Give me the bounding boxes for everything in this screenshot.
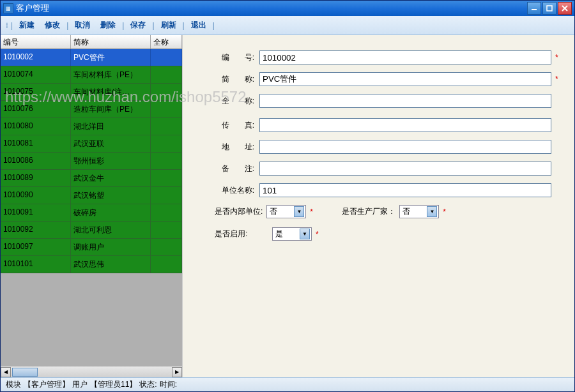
cell-id: 1010086	[1, 153, 71, 169]
table-row[interactable]: 1010092湖北可利恩	[1, 222, 182, 239]
cell-id: 1010089	[1, 170, 71, 186]
cell-id: 1010101	[1, 256, 71, 273]
required-mark: *	[555, 75, 562, 84]
table-row[interactable]: 1010091破碎房	[1, 204, 182, 222]
svg-rect-1	[547, 6, 552, 11]
internal-value: 否	[270, 206, 294, 217]
status-state-label: 状态:	[139, 379, 157, 390]
status-time-label: 时间:	[160, 379, 177, 390]
cell-short: 湖北可利恩	[71, 222, 151, 238]
label-id: 编 号:	[215, 52, 259, 63]
col-header-id[interactable]: 编号	[1, 35, 71, 49]
horizontal-scrollbar[interactable]: ◀ ▶	[1, 366, 182, 377]
table-row[interactable]: 1010097调账用户	[1, 239, 182, 256]
delete-button[interactable]: 删除	[95, 19, 121, 32]
label-full: 全 称:	[215, 96, 259, 107]
short-field[interactable]	[259, 72, 551, 86]
remark-field[interactable]	[259, 162, 551, 176]
table-row[interactable]: 1010086鄂州恒彩	[1, 153, 182, 170]
manufacturer-value: 否	[402, 206, 427, 217]
toolbar: ⁞ | 新建 修改 | 取消 删除 | 保存 | 刷新 | 退出 |	[1, 16, 574, 35]
table-row[interactable]: 1010080湖北洋田	[1, 118, 182, 135]
cell-short: 造粒车间库（PE）	[71, 101, 151, 117]
cell-full	[151, 135, 182, 152]
enabled-value: 是	[275, 229, 300, 239]
cell-full	[151, 256, 182, 273]
exit-button[interactable]: 退出	[186, 19, 211, 32]
grid-body[interactable]: 1010002PVC管件1010074车间材料库（PE）1010075车间材料库…	[1, 49, 182, 366]
cell-id: 1010092	[1, 222, 71, 238]
required-mark: *	[443, 207, 449, 216]
save-button[interactable]: 保存	[125, 19, 151, 32]
app-icon: ▦	[3, 3, 13, 13]
edit-button[interactable]: 修改	[40, 19, 65, 32]
cell-short: 调账用户	[71, 239, 151, 255]
refresh-button[interactable]: 刷新	[156, 19, 181, 32]
grid-pane: 编号 简称 全称 1010002PVC管件1010074车间材料库（PE）101…	[1, 35, 183, 377]
cell-id: 1010074	[1, 66, 71, 83]
table-row[interactable]: 1010075车间材料库(注…	[1, 84, 182, 101]
table-row[interactable]: 1010002PVC管件	[1, 49, 182, 66]
window-title: 客户管理	[16, 3, 527, 14]
cell-short: 湖北洋田	[71, 118, 151, 135]
scroll-thumb[interactable]	[12, 368, 38, 377]
minimize-button[interactable]	[527, 2, 541, 15]
unit-field[interactable]	[259, 183, 551, 197]
table-row[interactable]: 1010090武汉铭塑	[1, 187, 182, 204]
label-addr: 地 址:	[215, 142, 259, 153]
table-row[interactable]: 1010074车间材料库（PE）	[1, 66, 182, 84]
toolbar-grip: ⁞	[6, 21, 8, 30]
cell-id: 1010097	[1, 239, 71, 255]
table-row[interactable]: 1010081武汉亚联	[1, 135, 182, 153]
internal-select[interactable]: 否 ▼	[266, 205, 306, 218]
cell-id: 1010002	[1, 49, 71, 66]
cell-full	[151, 66, 182, 83]
required-mark: *	[555, 53, 562, 62]
label-unit: 单位名称:	[215, 185, 259, 196]
scroll-right-icon[interactable]: ▶	[172, 367, 182, 377]
cell-id: 1010081	[1, 135, 71, 152]
maximize-button[interactable]	[542, 2, 556, 15]
required-mark: *	[316, 230, 322, 239]
new-button[interactable]: 新建	[14, 19, 40, 32]
cell-short: PVC管件	[71, 49, 151, 66]
cell-short: 车间材料库(注…	[71, 84, 151, 100]
label-enabled: 是否启用:	[215, 229, 268, 239]
cell-full	[151, 101, 182, 117]
enabled-select[interactable]: 是 ▼	[272, 227, 312, 241]
chevron-down-icon: ▼	[427, 206, 437, 217]
cell-id: 1010090	[1, 187, 71, 204]
addr-field[interactable]	[259, 140, 551, 154]
status-module-value: 【客户管理】	[24, 379, 70, 390]
label-manufacturer: 是否生产厂家：	[342, 206, 395, 217]
cell-id: 1010076	[1, 101, 71, 117]
cell-full	[151, 153, 182, 169]
cell-full	[151, 204, 182, 221]
table-row[interactable]: 1010089武汉金牛	[1, 170, 182, 187]
cell-full	[151, 187, 182, 204]
manufacturer-select[interactable]: 否 ▼	[399, 205, 439, 218]
label-remark: 备 注:	[215, 163, 259, 174]
cell-short: 鄂州恒彩	[71, 153, 151, 169]
col-header-short[interactable]: 简称	[71, 35, 151, 49]
cell-short: 武汉金牛	[71, 170, 151, 186]
scroll-left-icon[interactable]: ◀	[1, 367, 11, 377]
cancel-button[interactable]: 取消	[70, 19, 95, 32]
status-module-label: 模块	[6, 379, 21, 390]
cell-full	[151, 84, 182, 100]
cell-full	[151, 118, 182, 135]
status-user-label: 用户	[72, 379, 88, 390]
status-user-value: 【管理员11】	[90, 379, 137, 390]
col-header-full[interactable]: 全称	[151, 35, 182, 49]
cell-full	[151, 222, 182, 238]
close-button[interactable]	[558, 2, 572, 15]
titlebar: ▦ 客户管理	[1, 1, 574, 16]
table-row[interactable]: 1010101武汉思伟	[1, 256, 182, 273]
cell-short: 武汉铭塑	[71, 187, 151, 204]
cell-short: 武汉思伟	[71, 256, 151, 273]
cell-full	[151, 49, 182, 66]
id-field[interactable]	[259, 50, 551, 64]
table-row[interactable]: 1010076造粒车间库（PE）	[1, 101, 182, 118]
fax-field[interactable]	[259, 118, 551, 132]
full-field[interactable]	[259, 94, 551, 108]
